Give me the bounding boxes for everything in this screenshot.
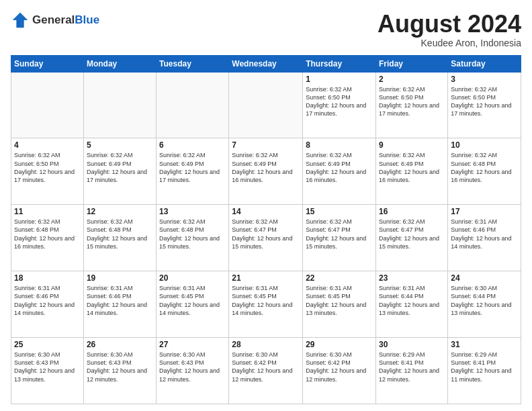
- day-number: 31: [451, 340, 518, 349]
- day-number: 14: [232, 207, 300, 216]
- logo-icon: [11, 11, 30, 30]
- cell-text: Sunrise: 6:32 AM Sunset: 6:47 PM Dayligh…: [379, 218, 445, 250]
- day-cell: [83, 72, 156, 138]
- col-sunday: Sunday: [11, 55, 84, 72]
- day-number: 15: [306, 207, 373, 216]
- cell-text: Sunrise: 6:32 AM Sunset: 6:50 PM Dayligh…: [14, 151, 81, 184]
- day-number: 20: [159, 273, 226, 283]
- day-cell: 5Sunrise: 6:32 AM Sunset: 6:49 PM Daylig…: [83, 138, 156, 205]
- week-row-4: 25Sunrise: 6:30 AM Sunset: 6:43 PM Dayli…: [11, 338, 521, 404]
- day-number: 8: [306, 140, 373, 150]
- day-number: 10: [451, 140, 518, 150]
- cell-text: Sunrise: 6:32 AM Sunset: 6:49 PM Dayligh…: [87, 151, 153, 184]
- header: GeneralBlue August 2024 Keudee Aron, Ind…: [11, 11, 521, 48]
- cell-text: Sunrise: 6:32 AM Sunset: 6:49 PM Dayligh…: [159, 151, 226, 184]
- cell-text: Sunrise: 6:32 AM Sunset: 6:50 PM Dayligh…: [306, 85, 373, 118]
- cell-text: Sunrise: 6:32 AM Sunset: 6:47 PM Dayligh…: [306, 218, 373, 250]
- header-row: Sunday Monday Tuesday Wednesday Thursday…: [11, 55, 521, 72]
- day-cell: 7Sunrise: 6:32 AM Sunset: 6:49 PM Daylig…: [229, 138, 303, 205]
- day-cell: 22Sunrise: 6:31 AM Sunset: 6:45 PM Dayli…: [303, 271, 376, 338]
- week-row-1: 4Sunrise: 6:32 AM Sunset: 6:50 PM Daylig…: [11, 138, 521, 205]
- day-number: 13: [159, 207, 226, 216]
- day-number: 23: [379, 273, 445, 283]
- cell-text: Sunrise: 6:31 AM Sunset: 6:46 PM Dayligh…: [14, 284, 81, 317]
- col-saturday: Saturday: [448, 55, 521, 72]
- page: GeneralBlue August 2024 Keudee Aron, Ind…: [0, 0, 532, 411]
- day-cell: 30Sunrise: 6:29 AM Sunset: 6:41 PM Dayli…: [376, 338, 448, 404]
- day-number: 5: [87, 140, 153, 150]
- day-cell: [157, 72, 229, 138]
- day-cell: 19Sunrise: 6:31 AM Sunset: 6:46 PM Dayli…: [83, 271, 156, 338]
- logo-text: GeneralBlue: [32, 13, 99, 27]
- day-number: 7: [232, 140, 300, 150]
- cell-text: Sunrise: 6:31 AM Sunset: 6:45 PM Dayligh…: [306, 284, 373, 317]
- day-cell: 25Sunrise: 6:30 AM Sunset: 6:43 PM Dayli…: [11, 338, 84, 404]
- cell-text: Sunrise: 6:31 AM Sunset: 6:46 PM Dayligh…: [451, 218, 518, 250]
- day-number: 9: [379, 140, 445, 150]
- day-number: 12: [87, 207, 153, 216]
- day-cell: [11, 72, 84, 138]
- week-row-2: 11Sunrise: 6:32 AM Sunset: 6:48 PM Dayli…: [11, 205, 521, 271]
- day-cell: 6Sunrise: 6:32 AM Sunset: 6:49 PM Daylig…: [157, 138, 229, 205]
- cell-text: Sunrise: 6:30 AM Sunset: 6:44 PM Dayligh…: [451, 284, 518, 317]
- day-number: 17: [451, 207, 518, 216]
- cell-text: Sunrise: 6:29 AM Sunset: 6:41 PM Dayligh…: [379, 351, 445, 383]
- cell-text: Sunrise: 6:32 AM Sunset: 6:48 PM Dayligh…: [14, 218, 81, 250]
- day-number: 30: [379, 340, 445, 349]
- day-number: 26: [87, 340, 153, 349]
- day-cell: 17Sunrise: 6:31 AM Sunset: 6:46 PM Dayli…: [448, 205, 521, 271]
- day-number: 21: [232, 273, 300, 283]
- day-cell: 2Sunrise: 6:32 AM Sunset: 6:50 PM Daylig…: [376, 72, 448, 138]
- day-cell: 28Sunrise: 6:30 AM Sunset: 6:42 PM Dayli…: [229, 338, 303, 404]
- day-number: 2: [379, 75, 445, 84]
- calendar-table: Sunday Monday Tuesday Wednesday Thursday…: [11, 55, 521, 404]
- logo-general: General: [32, 13, 75, 26]
- day-number: 18: [14, 273, 81, 283]
- day-number: 28: [232, 340, 300, 349]
- cell-text: Sunrise: 6:32 AM Sunset: 6:47 PM Dayligh…: [232, 218, 300, 250]
- cell-text: Sunrise: 6:31 AM Sunset: 6:45 PM Dayligh…: [159, 284, 226, 317]
- week-row-3: 18Sunrise: 6:31 AM Sunset: 6:46 PM Dayli…: [11, 271, 521, 338]
- cell-text: Sunrise: 6:32 AM Sunset: 6:48 PM Dayligh…: [159, 218, 226, 250]
- col-wednesday: Wednesday: [229, 55, 303, 72]
- day-cell: 9Sunrise: 6:32 AM Sunset: 6:49 PM Daylig…: [376, 138, 448, 205]
- cell-text: Sunrise: 6:32 AM Sunset: 6:48 PM Dayligh…: [451, 151, 518, 184]
- day-cell: 13Sunrise: 6:32 AM Sunset: 6:48 PM Dayli…: [157, 205, 229, 271]
- day-number: 29: [306, 340, 373, 349]
- logo-blue: Blue: [75, 13, 99, 26]
- cell-text: Sunrise: 6:32 AM Sunset: 6:49 PM Dayligh…: [379, 151, 445, 184]
- col-thursday: Thursday: [303, 55, 376, 72]
- day-number: 22: [306, 273, 373, 283]
- day-cell: 26Sunrise: 6:30 AM Sunset: 6:43 PM Dayli…: [83, 338, 156, 404]
- location-subtitle: Keudee Aron, Indonesia: [378, 38, 521, 48]
- day-cell: 3Sunrise: 6:32 AM Sunset: 6:50 PM Daylig…: [448, 72, 521, 138]
- day-number: 25: [14, 340, 81, 349]
- col-tuesday: Tuesday: [157, 55, 229, 72]
- day-cell: [229, 72, 303, 138]
- day-cell: 4Sunrise: 6:32 AM Sunset: 6:50 PM Daylig…: [11, 138, 84, 205]
- day-cell: 29Sunrise: 6:30 AM Sunset: 6:42 PM Dayli…: [303, 338, 376, 404]
- day-cell: 27Sunrise: 6:30 AM Sunset: 6:43 PM Dayli…: [157, 338, 229, 404]
- title-block: August 2024 Keudee Aron, Indonesia: [378, 11, 521, 48]
- day-cell: 8Sunrise: 6:32 AM Sunset: 6:49 PM Daylig…: [303, 138, 376, 205]
- week-row-0: 1Sunrise: 6:32 AM Sunset: 6:50 PM Daylig…: [11, 72, 521, 138]
- cell-text: Sunrise: 6:31 AM Sunset: 6:46 PM Dayligh…: [87, 284, 153, 317]
- cell-text: Sunrise: 6:30 AM Sunset: 6:42 PM Dayligh…: [306, 351, 373, 383]
- cell-text: Sunrise: 6:32 AM Sunset: 6:49 PM Dayligh…: [306, 151, 373, 184]
- day-cell: 1Sunrise: 6:32 AM Sunset: 6:50 PM Daylig…: [303, 72, 376, 138]
- cell-text: Sunrise: 6:31 AM Sunset: 6:45 PM Dayligh…: [232, 284, 300, 317]
- day-cell: 14Sunrise: 6:32 AM Sunset: 6:47 PM Dayli…: [229, 205, 303, 271]
- cell-text: Sunrise: 6:30 AM Sunset: 6:43 PM Dayligh…: [159, 351, 226, 383]
- day-cell: 18Sunrise: 6:31 AM Sunset: 6:46 PM Dayli…: [11, 271, 84, 338]
- cell-text: Sunrise: 6:29 AM Sunset: 6:41 PM Dayligh…: [451, 351, 518, 383]
- day-number: 6: [159, 140, 226, 150]
- day-cell: 12Sunrise: 6:32 AM Sunset: 6:48 PM Dayli…: [83, 205, 156, 271]
- day-number: 27: [159, 340, 226, 349]
- day-cell: 11Sunrise: 6:32 AM Sunset: 6:48 PM Dayli…: [11, 205, 84, 271]
- cell-text: Sunrise: 6:30 AM Sunset: 6:43 PM Dayligh…: [87, 351, 153, 383]
- day-number: 1: [306, 75, 373, 84]
- day-cell: 23Sunrise: 6:31 AM Sunset: 6:44 PM Dayli…: [376, 271, 448, 338]
- cell-text: Sunrise: 6:32 AM Sunset: 6:49 PM Dayligh…: [232, 151, 300, 184]
- day-cell: 20Sunrise: 6:31 AM Sunset: 6:45 PM Dayli…: [157, 271, 229, 338]
- col-friday: Friday: [376, 55, 448, 72]
